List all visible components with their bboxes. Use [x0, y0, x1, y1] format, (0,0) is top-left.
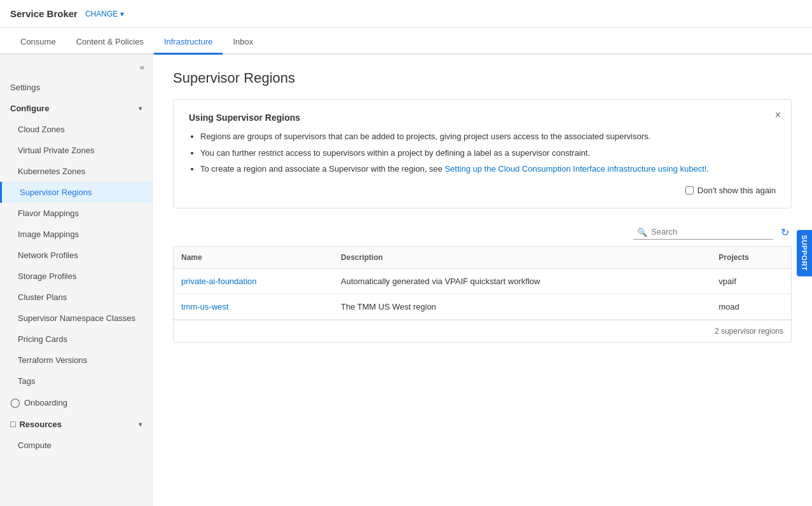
- sidebar-item-cloud-zones[interactable]: Cloud Zones: [0, 119, 152, 140]
- sidebar-item-configure[interactable]: Configure ▾: [0, 98, 152, 119]
- sidebar-item-onboarding[interactable]: ◯ Onboarding: [0, 392, 152, 413]
- info-box-bullets: Regions are groups of supervisors that c…: [189, 130, 776, 175]
- row-1-name[interactable]: private-ai-foundation: [174, 268, 333, 294]
- change-button[interactable]: CHANGE ▾: [85, 10, 124, 18]
- table-container: Name Description Projects private-ai-fou…: [173, 246, 792, 343]
- sidebar-item-settings[interactable]: Settings: [0, 77, 152, 98]
- resources-icon: □: [10, 419, 15, 429]
- row-2-name[interactable]: tmm-us-west: [174, 294, 333, 319]
- info-box-title: Using Supervisor Regions: [189, 113, 776, 123]
- col-projects: Projects: [711, 247, 791, 269]
- dont-show-again-label[interactable]: Don't show this again: [685, 186, 776, 195]
- tab-consume[interactable]: Consume: [10, 31, 66, 55]
- close-icon[interactable]: ×: [775, 110, 781, 120]
- sidebar-collapse-button[interactable]: «: [0, 60, 152, 77]
- data-table: Name Description Projects private-ai-fou…: [174, 247, 791, 320]
- sidebar-item-terraform-versions[interactable]: Terraform Versions: [0, 350, 152, 371]
- sidebar-item-pricing-cards[interactable]: Pricing Cards: [0, 329, 152, 350]
- refresh-button[interactable]: ↻: [778, 224, 792, 241]
- onboarding-icon: ◯: [10, 397, 20, 407]
- bullet-1: Regions are groups of supervisors that c…: [200, 130, 776, 143]
- row-2-projects: moad: [711, 294, 791, 319]
- sidebar-item-supervisor-namespace-classes[interactable]: Supervisor Namespace Classes: [0, 308, 152, 329]
- chevron-down-icon: ▾: [139, 105, 142, 112]
- info-box: Using Supervisor Regions × Regions are g…: [173, 99, 792, 209]
- row-2-description: The TMM US West region: [333, 294, 711, 319]
- collapse-icon: «: [140, 62, 144, 72]
- row-1-description: Automatically generated via VPAIF quicks…: [333, 268, 711, 294]
- sidebar-item-supervisor-regions[interactable]: Supervisor Regions: [0, 182, 152, 203]
- tab-infrastructure[interactable]: Infrastructure: [154, 31, 223, 55]
- table-footer: 2 supervisor regions: [174, 320, 791, 342]
- col-name: Name: [174, 247, 333, 269]
- search-icon: 🔍: [637, 228, 647, 237]
- table-row: tmm-us-west The TMM US West region moad: [174, 294, 791, 319]
- sidebar-item-flavor-mappings[interactable]: Flavor Mappings: [0, 203, 152, 224]
- table-controls: 🔍 ↻: [173, 224, 792, 241]
- nav-tabs: Consume Content & Policies Infrastructur…: [0, 28, 812, 55]
- table-header: Name Description Projects: [174, 247, 791, 269]
- table-row: private-ai-foundation Automatically gene…: [174, 268, 791, 294]
- dont-show-again-checkbox[interactable]: [685, 186, 694, 195]
- sidebar-item-cluster-plans[interactable]: Cluster Plans: [0, 287, 152, 308]
- sidebar-item-storage-profiles[interactable]: Storage Profiles: [0, 266, 152, 287]
- main-layout: « Settings Configure ▾ Cloud Zones Virtu…: [0, 55, 812, 506]
- support-tab[interactable]: SUPPORT: [797, 230, 812, 277]
- kubectl-link[interactable]: Setting up the Cloud Consumption Interfa…: [444, 164, 706, 174]
- search-input[interactable]: [633, 224, 773, 240]
- sidebar-item-resources[interactable]: □ Resources ▾: [0, 413, 152, 435]
- chevron-down-icon: ▾: [139, 421, 142, 428]
- app-title: Service Broker: [10, 8, 78, 19]
- sidebar-item-tags[interactable]: Tags: [0, 371, 152, 392]
- search-wrapper: 🔍: [633, 224, 773, 240]
- info-box-footer: Don't show this again: [189, 186, 776, 195]
- sidebar-item-virtual-private-zones[interactable]: Virtual Private Zones: [0, 140, 152, 161]
- tab-content-policies[interactable]: Content & Policies: [66, 31, 154, 55]
- content-area: Supervisor Regions Using Supervisor Regi…: [153, 55, 812, 506]
- bullet-2: You can further restrict access to super…: [200, 147, 776, 160]
- page-title: Supervisor Regions: [173, 70, 792, 86]
- tab-inbox[interactable]: Inbox: [223, 31, 263, 55]
- sidebar: « Settings Configure ▾ Cloud Zones Virtu…: [0, 55, 153, 506]
- sidebar-item-image-mappings[interactable]: Image Mappings: [0, 224, 152, 245]
- table-body: private-ai-foundation Automatically gene…: [174, 268, 791, 319]
- row-1-projects: vpaif: [711, 268, 791, 294]
- top-bar: Service Broker CHANGE ▾: [0, 0, 812, 28]
- sidebar-item-kubernetes-zones[interactable]: Kubernetes Zones: [0, 161, 152, 182]
- col-description: Description: [333, 247, 711, 269]
- table-header-row: Name Description Projects: [174, 247, 791, 269]
- sidebar-item-compute[interactable]: Compute: [0, 435, 152, 456]
- chevron-down-icon: ▾: [120, 10, 124, 18]
- bullet-3: To create a region and associate a Super…: [200, 163, 776, 175]
- sidebar-item-network-profiles[interactable]: Network Profiles: [0, 245, 152, 266]
